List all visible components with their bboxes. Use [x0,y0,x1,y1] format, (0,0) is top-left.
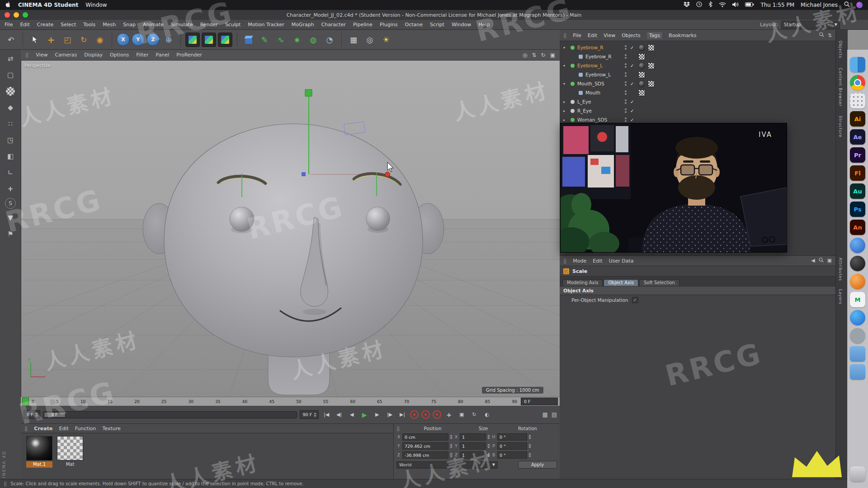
launchpad-dock-icon[interactable] [850,93,865,108]
material-tag-icon[interactable] [638,44,645,51]
object-row[interactable]: Eyebrow_R ✓ [560,52,835,61]
object-name[interactable]: Mouth [585,90,600,95]
uvw-tag-icon[interactable] [638,53,645,60]
material-tag-icon[interactable] [638,80,645,87]
menu-animate[interactable]: Animate [143,22,164,28]
menu-character[interactable]: Character [321,22,346,28]
maxon-dock-icon[interactable]: M [850,292,865,307]
uvw-tag-icon[interactable] [648,62,655,69]
flag-icon[interactable]: ⚑ [3,227,18,241]
om-menu-edit[interactable]: Edit [588,33,597,38]
tab-structure[interactable]: Structure [838,116,843,138]
attr-menu-edit[interactable]: Edit [593,258,602,264]
audition-dock-icon[interactable]: Au [850,183,865,199]
instructor-video-overlay[interactable]: IVA [560,123,787,253]
visibility-dots-icon[interactable] [624,72,627,77]
lock-icon[interactable]: ▣ [827,258,832,264]
menu-plugins[interactable]: Plugins [380,22,397,28]
mat-menu-create[interactable]: Create [34,426,52,432]
tab-content-browser[interactable]: Content Browser [838,68,843,107]
folder-dock-icon[interactable] [850,346,865,361]
menu-tools[interactable]: Tools [83,22,95,28]
viewport-canvas[interactable]: y [21,61,560,397]
cinema4d-dock-icon[interactable] [850,256,865,271]
move-tool[interactable]: + [44,33,58,47]
uvw-tag-icon[interactable] [638,71,645,78]
object-row[interactable]: ▸ L_Eye ✓ [560,97,835,106]
camera-button[interactable]: ◎ [363,33,377,47]
workplane-mode-icon[interactable]: ∟ [3,165,18,180]
sphere-app-dock-icon[interactable] [850,274,865,289]
stepper-icon[interactable] [450,435,453,439]
timeline-powerslider[interactable]: 0 F [43,411,297,418]
om-sort-icon[interactable]: ⇅ [828,33,832,38]
visibility-dots-icon[interactable] [624,99,627,104]
rotation-p-field[interactable]: 0 ° [497,442,527,450]
animate-dock-icon[interactable]: An [850,220,865,235]
start-frame-field[interactable]: 0 F [24,410,40,419]
tab-attributes[interactable]: Attributes [838,258,843,281]
record-rotation-icon[interactable]: ↻ [469,410,479,419]
attr-search-icon[interactable] [819,258,824,264]
menubar-clock[interactable]: Thu 1:55 PM [760,2,794,8]
menu-mograph[interactable]: MoGraph [292,22,314,28]
keyframe-grid-icon[interactable]: ▦ [542,411,547,418]
om-menu-tags[interactable]: Tags [647,32,662,39]
mat-menu-texture[interactable]: Texture [103,426,121,432]
position-y-field[interactable]: 729.462 cm [402,442,448,450]
timeline-options-icon[interactable]: ▤ [552,411,557,418]
rotate-tool[interactable]: ↻ [76,33,91,47]
polygons-mode-icon[interactable]: ◧ [3,149,18,164]
edges-mode-icon[interactable]: ◳ [3,133,18,147]
record-position-icon[interactable]: + [444,410,454,419]
mat-menu-function[interactable]: Function [75,426,96,432]
menu-snap[interactable]: Snap [123,22,136,28]
visibility-dots-icon[interactable] [624,90,627,95]
stepper-icon[interactable] [528,444,531,448]
menu-edit[interactable]: Edit [20,22,29,28]
panel-drag-handle-icon[interactable]: ⣿ [563,33,566,38]
menu-pipeline[interactable]: Pipeline [353,22,373,28]
y-axis-lock-button[interactable]: Y [132,33,145,46]
size-x-field[interactable]: 1 [460,433,486,441]
material-item[interactable]: Mat.1 [26,436,52,468]
vp-menu-panel[interactable]: Panel [156,52,170,58]
rotation-h-field[interactable]: 0 ° [497,433,527,441]
vp-menu-prorender[interactable]: ProRender [176,52,202,58]
object-name[interactable]: Woman_SDS [577,117,607,122]
trash-dock-icon[interactable] [850,466,865,482]
position-z-field[interactable]: -36.998 cm [402,451,448,459]
size-z-field[interactable]: 1 [460,451,486,459]
array-grid-button[interactable]: ▦ [346,33,361,47]
visibility-dots-icon[interactable] [624,45,627,50]
collapse-icon[interactable]: ▾ [563,46,570,50]
tab-object-axis[interactable]: Object Axis [604,279,638,286]
siri-icon[interactable] [856,2,863,8]
previous-key-button[interactable]: ◀| [334,410,344,419]
tab-layers[interactable]: Layers [838,289,843,305]
previous-frame-button[interactable]: ◀ [347,410,357,419]
wifi-icon[interactable] [719,2,726,9]
om-menu-bookmarks[interactable]: Bookmarks [669,33,696,38]
record-parameter-icon[interactable]: ◐ [482,410,492,419]
rotation-b-field[interactable]: 0 ° [497,451,527,459]
app-dock-icon[interactable] [850,328,865,343]
collapse-icon[interactable]: ▾ [563,64,570,68]
tab-objects[interactable]: Objects [838,41,843,58]
menubar-app-name[interactable]: CINEMA 4D Student [18,2,78,8]
menu-window[interactable]: Window [452,22,471,28]
object-row[interactable]: Eyebrow_L ✓ [560,70,835,79]
dropbox-icon[interactable] [684,2,690,9]
play-button[interactable]: ▶ [359,410,369,419]
history-back-icon[interactable]: ◀ [811,258,815,264]
stepper-icon[interactable] [487,453,490,457]
premiere-dock-icon[interactable]: Pr [850,147,865,163]
aftereffects-dock-icon[interactable]: Ae [850,129,865,145]
expand-icon[interactable]: ▸ [563,100,570,104]
last-tool-used[interactable]: ◉ [93,33,107,47]
bluetooth-icon[interactable] [708,1,712,9]
apply-button[interactable]: Apply [518,461,557,469]
keyframe-selection-button[interactable] [433,410,441,419]
object-row[interactable]: ▾ Mouth_SDS ✓ [560,79,835,88]
vp-menu-display[interactable]: Display [84,52,103,58]
